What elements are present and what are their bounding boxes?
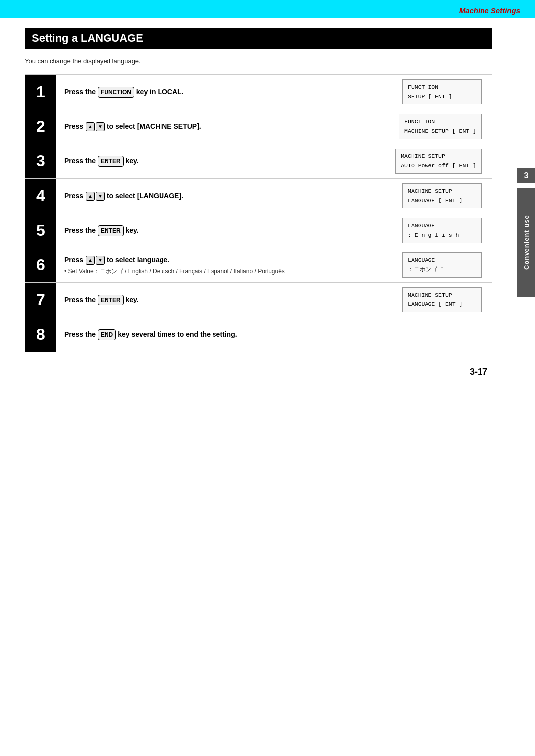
enter-key-badge-3: ENTER	[98, 156, 124, 167]
step-5-lcd-container: LANGUAGE : E n g l i s h	[402, 213, 492, 248]
step-4-lcd: MACHINE SETUP LANGUAGE [ ENT ]	[402, 183, 482, 208]
chapter-number: 3	[517, 168, 535, 183]
step-3-row: 3 Press the ENTER key. MACHINE SETUP AUT…	[25, 144, 492, 179]
enter-key-badge-5: ENTER	[98, 225, 124, 236]
step-4-instruction: Press ▲▼ to select [LANGUAGE].	[64, 191, 394, 201]
enter-key-badge-7: ENTER	[98, 295, 124, 305]
up-arrow-icon-4: ▲	[86, 192, 95, 201]
step-3-lcd-container: MACHINE SETUP AUTO Power-off [ ENT ]	[395, 144, 492, 178]
down-arrow-icon-6: ▼	[96, 256, 105, 265]
step-5-lcd-line1: LANGUAGE	[408, 221, 476, 230]
step-1-row: 1 Press the FUNCTION key in LOCAL. FUNCT…	[25, 75, 492, 109]
step-2-lcd-line2: MACHINE SETUP [ ENT ]	[404, 127, 476, 136]
step-6-row: 6 Press ▲▼ to select language. • Set Val…	[25, 248, 492, 283]
step-4-number: 4	[25, 179, 56, 213]
step-7-row: 7 Press the ENTER key. MACHINE SETUP LAN…	[25, 283, 492, 317]
step-5-lcd: LANGUAGE : E n g l i s h	[402, 218, 482, 243]
step-6-note: • Set Value：ニホンゴ / English / Deutsch / F…	[64, 267, 394, 276]
step-1-number: 1	[25, 75, 56, 109]
up-arrow-icon-6: ▲	[86, 256, 95, 265]
step-7-lcd-line1: MACHINE SETUP	[408, 291, 476, 300]
step-4-lcd-line2: LANGUAGE [ ENT ]	[408, 196, 476, 205]
step-2-instruction: Press ▲▼ to select [MACHINE SETUP].	[64, 121, 391, 132]
step-7-lcd-container: MACHINE SETUP LANGUAGE [ ENT ]	[402, 283, 492, 317]
intro-text: You can change the displayed language.	[25, 57, 492, 65]
step-6-lcd: LANGUAGE ：ニホンゴ゛	[402, 252, 482, 278]
function-key-badge: FUNCTION	[98, 87, 134, 98]
step-8-instruction: Press the END key several times to end t…	[64, 329, 479, 340]
end-key-badge: END	[98, 329, 116, 340]
step-5-number: 5	[25, 213, 56, 248]
step-7-number: 7	[25, 283, 56, 317]
main-content: Setting a LANGUAGE You can change the di…	[0, 18, 517, 397]
page-number: 3-17	[25, 367, 492, 377]
step-2-number: 2	[25, 109, 56, 144]
step-3-lcd-line1: MACHINE SETUP	[401, 152, 476, 161]
step-4-lcd-line1: MACHINE SETUP	[408, 187, 476, 196]
step-4-row: 4 Press ▲▼ to select [LANGUAGE]. MACHINE…	[25, 179, 492, 213]
step-1-lcd-line1: FUNCT ION	[408, 83, 476, 92]
step-2-lcd-line1: FUNCT ION	[404, 117, 476, 126]
step-8-row: 8 Press the END key several times to end…	[25, 317, 492, 352]
step-1-lcd: FUNCT ION SETUP [ ENT ]	[402, 79, 482, 104]
step-7-content: Press the ENTER key.	[56, 283, 402, 317]
step-1-instruction: Press the FUNCTION key in LOCAL.	[64, 87, 394, 98]
step-7-instruction: Press the ENTER key.	[64, 295, 394, 305]
down-arrow-icon-4: ▼	[96, 192, 105, 201]
step-1-content: Press the FUNCTION key in LOCAL.	[56, 75, 402, 109]
page-header-title: Machine Settings	[459, 6, 520, 15]
step-4-lcd-container: MACHINE SETUP LANGUAGE [ ENT ]	[402, 179, 492, 213]
step-6-lcd-line2: ：ニホンゴ゛	[408, 265, 476, 274]
step-3-lcd: MACHINE SETUP AUTO Power-off [ ENT ]	[395, 149, 482, 174]
step-5-content: Press the ENTER key.	[56, 213, 402, 248]
step-3-instruction: Press the ENTER key.	[64, 156, 387, 167]
step-8-number: 8	[25, 317, 56, 352]
step-6-lcd-container: LANGUAGE ：ニホンゴ゛	[402, 248, 492, 282]
step-3-number: 3	[25, 144, 56, 178]
steps-container: 1 Press the FUNCTION key in LOCAL. FUNCT…	[25, 74, 492, 352]
step-3-content: Press the ENTER key.	[56, 144, 395, 178]
chapter-label: Convenient use	[517, 188, 535, 297]
step-8-lcd-container	[486, 317, 492, 352]
step-2-lcd: FUNCT ION MACHINE SETUP [ ENT ]	[399, 114, 482, 139]
step-5-row: 5 Press the ENTER key. LANGUAGE : E n g …	[25, 213, 492, 248]
step-1-lcd-line2: SETUP [ ENT ]	[408, 92, 476, 101]
step-5-instruction: Press the ENTER key.	[64, 225, 394, 236]
step-8-content: Press the END key several times to end t…	[56, 317, 486, 352]
step-6-instruction: Press ▲▼ to select language.	[64, 255, 394, 265]
step-2-lcd-container: FUNCT ION MACHINE SETUP [ ENT ]	[399, 109, 492, 144]
step-2-content: Press ▲▼ to select [MACHINE SETUP].	[56, 109, 399, 144]
step-1-lcd-container: FUNCT ION SETUP [ ENT ]	[402, 75, 492, 109]
step-7-lcd-line2: LANGUAGE [ ENT ]	[408, 300, 476, 309]
step-5-lcd-line2: : E n g l i s h	[408, 231, 476, 240]
down-arrow-icon: ▼	[96, 122, 105, 131]
step-6-number: 6	[25, 248, 56, 282]
section-title: Setting a LANGUAGE	[25, 28, 492, 49]
up-arrow-icon: ▲	[86, 122, 95, 131]
top-bar: Machine Settings	[0, 0, 535, 18]
step-7-lcd: MACHINE SETUP LANGUAGE [ ENT ]	[402, 287, 482, 312]
step-4-content: Press ▲▼ to select [LANGUAGE].	[56, 179, 402, 213]
step-3-lcd-line2: AUTO Power-off [ ENT ]	[401, 161, 476, 170]
step-2-row: 2 Press ▲▼ to select [MACHINE SETUP]. FU…	[25, 109, 492, 144]
step-6-content: Press ▲▼ to select language. • Set Value…	[56, 248, 402, 282]
step-6-lcd-line1: LANGUAGE	[408, 256, 476, 265]
